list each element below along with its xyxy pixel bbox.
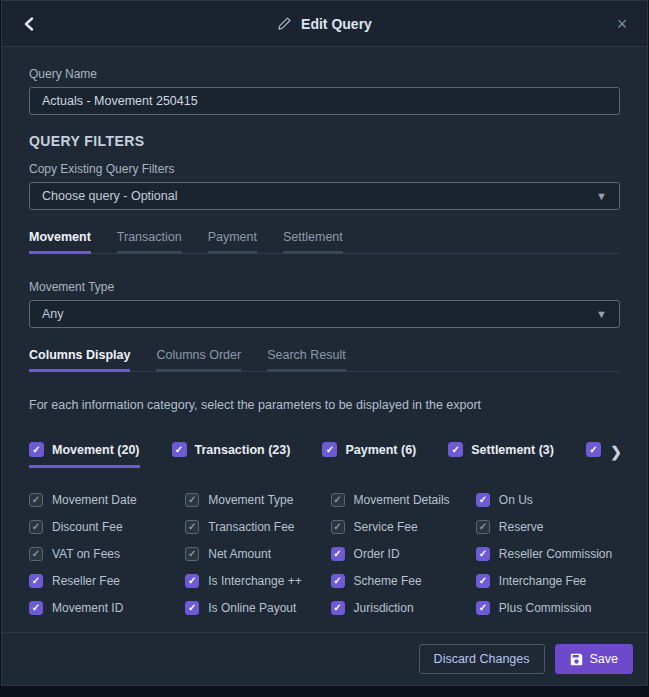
parameter-reseller-fee[interactable]: Reseller Fee <box>29 573 177 589</box>
parameter-label: VAT on Fees <box>52 547 120 561</box>
movement-type-select[interactable]: Any ▼ <box>29 300 620 328</box>
edit-query-modal: Edit Query × Query Name QUERY FILTERS Co… <box>1 0 648 686</box>
checkbox-icon[interactable] <box>331 547 345 561</box>
checkbox-icon[interactable] <box>29 601 43 615</box>
parameter-label: Interchange Fee <box>499 574 586 588</box>
tab-label: Columns Display <box>29 348 130 362</box>
scroll-right-chevron-icon[interactable]: ❯ <box>606 444 620 460</box>
discard-changes-button[interactable]: Discard Changes <box>419 644 545 674</box>
modal-header: Edit Query × <box>2 1 647 47</box>
save-label: Save <box>590 652 619 666</box>
parameter-plus-commission[interactable]: Plus Commission <box>476 600 620 616</box>
chevron-down-icon: ▼ <box>596 190 607 202</box>
parameter-movement-id[interactable]: Movement ID <box>29 600 177 616</box>
parameter-label: Order ID <box>354 547 400 561</box>
copy-filters-select[interactable]: Choose query - Optional ▼ <box>29 182 620 210</box>
checkbox-icon[interactable] <box>29 520 43 534</box>
parameter-label: Net Amount <box>208 547 271 561</box>
tab-label: Payment <box>208 230 257 244</box>
category-settlement[interactable]: Settlement (3) <box>448 442 554 468</box>
checkbox-icon[interactable] <box>29 574 43 588</box>
checkbox-icon[interactable] <box>476 574 490 588</box>
checkbox-icon[interactable] <box>29 442 44 457</box>
parameter-movement-date[interactable]: Movement Date <box>29 492 177 508</box>
query-filters-heading: QUERY FILTERS <box>29 133 620 149</box>
tab-movement[interactable]: Movement <box>29 230 91 254</box>
checkbox-icon[interactable] <box>185 520 199 534</box>
parameter-label: Discount Fee <box>52 520 123 534</box>
checkbox-icon[interactable] <box>185 547 199 561</box>
checkbox-icon[interactable] <box>476 601 490 615</box>
checkbox-icon[interactable] <box>172 442 187 457</box>
checkbox-icon[interactable] <box>476 520 490 534</box>
tab-columns-display[interactable]: Columns Display <box>29 348 130 372</box>
checkbox-icon[interactable] <box>331 493 345 507</box>
tab-settlement[interactable]: Settlement <box>283 230 343 254</box>
query-name-input[interactable] <box>29 87 620 115</box>
parameter-grid: Movement Date Movement Type Movement Det… <box>29 492 620 616</box>
parameter-scheme-fee[interactable]: Scheme Fee <box>331 573 468 589</box>
tab-search-result[interactable]: Search Result <box>267 348 346 372</box>
checkbox-icon[interactable] <box>331 520 345 534</box>
parameter-service-fee[interactable]: Service Fee <box>331 519 468 535</box>
checkbox-icon[interactable] <box>476 547 490 561</box>
filter-category-tabs: Movement Transaction Payment Settlement <box>29 230 620 254</box>
category-payment[interactable]: Payment (6) <box>322 442 416 468</box>
parameter-movement-details[interactable]: Movement Details <box>331 492 468 508</box>
checkbox-icon[interactable] <box>448 442 463 457</box>
parameter-label: Scheme Fee <box>354 574 422 588</box>
checkbox-icon[interactable] <box>331 574 345 588</box>
copy-filters-value: Choose query - Optional <box>42 189 178 203</box>
parameter-jurisdiction[interactable]: Jurisdiction <box>331 600 468 616</box>
parameter-label: Reseller Fee <box>52 574 120 588</box>
tab-label: Transaction <box>117 230 182 244</box>
parameter-label: Transaction Fee <box>208 520 294 534</box>
parameter-reserve[interactable]: Reserve <box>476 519 620 535</box>
parameter-label: Is Interchange ++ <box>208 574 301 588</box>
parameter-discount-fee[interactable]: Discount Fee <box>29 519 177 535</box>
checkbox-icon[interactable] <box>331 601 345 615</box>
parameter-is-interchange-plus-plus[interactable]: Is Interchange ++ <box>185 573 322 589</box>
modal-title: Edit Query <box>301 16 372 32</box>
discard-changes-label: Discard Changes <box>434 652 530 666</box>
parameter-transaction-fee[interactable]: Transaction Fee <box>185 519 322 535</box>
tab-payment[interactable]: Payment <box>208 230 257 254</box>
tab-label: Columns Order <box>156 348 241 362</box>
checkbox-icon[interactable] <box>29 493 43 507</box>
parameter-on-us[interactable]: On Us <box>476 492 620 508</box>
close-button[interactable]: × <box>611 13 633 35</box>
tab-columns-order[interactable]: Columns Order <box>156 348 241 372</box>
query-name-label: Query Name <box>29 67 620 81</box>
category-movement[interactable]: Movement (20) <box>29 442 140 468</box>
parameter-label: Movement Details <box>354 493 450 507</box>
back-button[interactable] <box>18 13 40 35</box>
chevron-left-icon <box>23 17 35 31</box>
category-label: Transaction (23) <box>195 443 291 457</box>
parameter-interchange-fee[interactable]: Interchange Fee <box>476 573 620 589</box>
parameter-movement-type[interactable]: Movement Type <box>185 492 322 508</box>
parameter-vat-on-fees[interactable]: VAT on Fees <box>29 546 177 562</box>
modal-footer: Discard Changes Save <box>2 632 647 685</box>
checkbox-icon[interactable] <box>586 442 601 457</box>
checkbox-icon[interactable] <box>322 442 337 457</box>
category-checkbox-row: Movement (20) Transaction (23) Payment (… <box>29 442 620 468</box>
category-transaction[interactable]: Transaction (23) <box>172 442 291 468</box>
checkbox-icon[interactable] <box>185 601 199 615</box>
checkbox-icon[interactable] <box>185 493 199 507</box>
checkbox-icon[interactable] <box>29 547 43 561</box>
copy-filters-label: Copy Existing Query Filters <box>29 162 620 176</box>
checkbox-icon[interactable] <box>185 574 199 588</box>
parameter-label: On Us <box>499 493 533 507</box>
tab-label: Movement <box>29 230 91 244</box>
parameter-order-id[interactable]: Order ID <box>331 546 468 562</box>
movement-type-label: Movement Type <box>29 280 620 294</box>
category-label: Movement (20) <box>52 443 140 457</box>
close-icon: × <box>617 14 628 35</box>
tab-transaction[interactable]: Transaction <box>117 230 182 254</box>
parameter-is-online-payout[interactable]: Is Online Payout <box>185 600 322 616</box>
parameter-reseller-commission[interactable]: Reseller Commission <box>476 546 620 562</box>
parameter-net-amount[interactable]: Net Amount <box>185 546 322 562</box>
save-button[interactable]: Save <box>555 644 634 674</box>
tab-label: Settlement <box>283 230 343 244</box>
checkbox-icon[interactable] <box>476 493 490 507</box>
